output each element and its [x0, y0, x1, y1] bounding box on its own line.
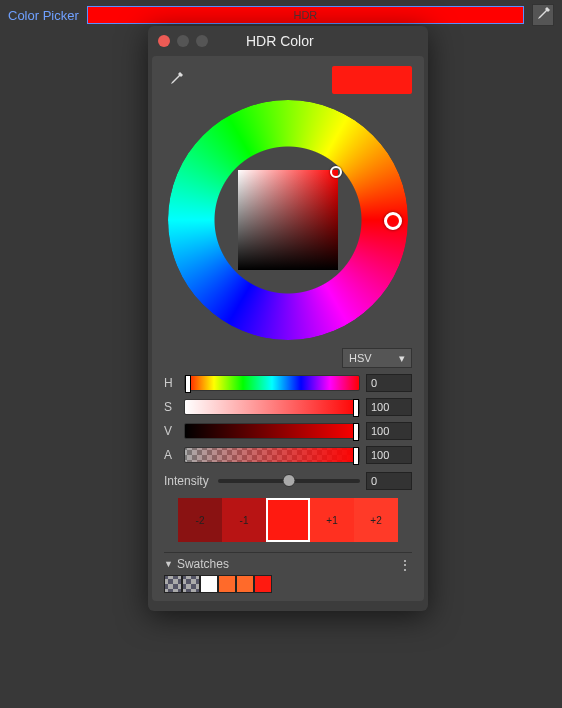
- step-plus-2[interactable]: +2: [354, 498, 398, 542]
- inspector-topbar: Color Picker HDR: [8, 4, 554, 26]
- minimize-button[interactable]: [177, 35, 189, 47]
- swatches-menu-icon[interactable]: ⋮: [398, 557, 412, 573]
- panel-eyedropper[interactable]: [164, 68, 188, 92]
- panel-titlebar[interactable]: HDR Color: [148, 26, 428, 56]
- sv-marker[interactable]: [330, 166, 342, 178]
- alpha-label: A: [164, 448, 178, 462]
- color-field[interactable]: HDR: [87, 6, 524, 24]
- swatches-label: Swatches: [177, 557, 229, 571]
- value-slider[interactable]: [184, 423, 360, 439]
- saturation-label: S: [164, 400, 178, 414]
- swatches-section: ▼ Swatches ⋮: [164, 552, 412, 593]
- hue-marker[interactable]: [384, 212, 402, 230]
- intensity-slider[interactable]: [218, 479, 360, 483]
- disclosure-icon: ▼: [164, 559, 173, 569]
- intensity-steps: -2 -1 +1 +2: [164, 498, 412, 542]
- eyedropper-icon: [535, 7, 551, 23]
- swatch-cell[interactable]: [200, 575, 218, 593]
- eyedropper-button[interactable]: [532, 4, 554, 26]
- swatch-cell[interactable]: [164, 575, 182, 593]
- chevron-down-icon: ▾: [399, 352, 405, 365]
- hue-slider[interactable]: [184, 375, 360, 391]
- eyedropper-icon: [168, 72, 184, 88]
- saturation-slider[interactable]: [184, 399, 360, 415]
- color-mode-value: HSV: [349, 352, 372, 364]
- hue-input[interactable]: [366, 374, 412, 392]
- window-controls: [158, 35, 208, 47]
- intensity-label: Intensity: [164, 474, 212, 488]
- panel-body: HSV ▾ H S V A: [152, 56, 424, 601]
- hdr-color-panel: HDR Color HSV ▾ H: [148, 26, 428, 611]
- step-minus-2[interactable]: -2: [178, 498, 222, 542]
- value-label: V: [164, 424, 178, 438]
- alpha-input[interactable]: [366, 446, 412, 464]
- swatch-cell[interactable]: [182, 575, 200, 593]
- color-field-text: HDR: [293, 9, 317, 21]
- value-input[interactable]: [366, 422, 412, 440]
- color-mode-select[interactable]: HSV ▾: [342, 348, 412, 368]
- swatches-row: [164, 575, 412, 593]
- intensity-input[interactable]: [366, 472, 412, 490]
- swatch-cell[interactable]: [254, 575, 272, 593]
- step-current[interactable]: [266, 498, 310, 542]
- zoom-button[interactable]: [196, 35, 208, 47]
- swatches-header[interactable]: ▼ Swatches: [164, 557, 412, 571]
- intensity-handle[interactable]: [283, 474, 296, 487]
- step-minus-1[interactable]: -1: [222, 498, 266, 542]
- hue-label: H: [164, 376, 178, 390]
- current-color-swatch[interactable]: [332, 66, 412, 94]
- color-wheel-area: [168, 100, 408, 340]
- alpha-slider[interactable]: [184, 447, 360, 463]
- sv-box[interactable]: [238, 170, 338, 270]
- swatch-cell[interactable]: [236, 575, 254, 593]
- swatch-cell[interactable]: [218, 575, 236, 593]
- saturation-input[interactable]: [366, 398, 412, 416]
- panel-title: HDR Color: [246, 33, 314, 49]
- step-plus-1[interactable]: +1: [310, 498, 354, 542]
- close-button[interactable]: [158, 35, 170, 47]
- color-picker-label: Color Picker: [8, 8, 79, 23]
